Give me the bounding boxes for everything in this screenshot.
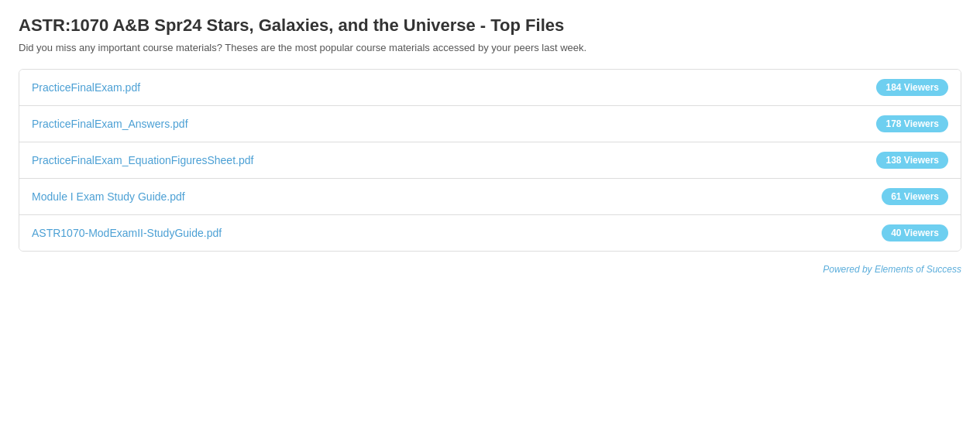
file-link[interactable]: PracticeFinalExam_Answers.pdf [32,118,188,130]
table-row: PracticeFinalExam_EquationFiguresSheet.p… [19,142,961,179]
files-table: PracticeFinalExam.pdf184 ViewersPractice… [19,69,961,252]
page-subtitle: Did you miss any important course materi… [19,42,961,53]
table-row: PracticeFinalExam_Answers.pdf178 Viewers [19,106,961,142]
viewers-badge: 178 Viewers [876,115,948,132]
table-row: Module I Exam Study Guide.pdf61 Viewers [19,179,961,215]
table-row: ASTR1070-ModExamII-StudyGuide.pdf40 View… [19,215,961,251]
viewers-badge: 61 Viewers [882,188,948,205]
viewers-badge: 40 Viewers [882,224,948,241]
powered-by-text: Powered by Elements of Success [19,264,961,275]
file-link[interactable]: PracticeFinalExam.pdf [32,81,140,94]
viewers-badge: 184 Viewers [876,79,948,96]
page-title: ASTR:1070 A&B Spr24 Stars, Galaxies, and… [19,15,961,36]
file-link[interactable]: PracticeFinalExam_EquationFiguresSheet.p… [32,154,253,166]
file-link[interactable]: Module I Exam Study Guide.pdf [32,190,185,203]
file-link[interactable]: ASTR1070-ModExamII-StudyGuide.pdf [32,227,222,239]
viewers-badge: 138 Viewers [876,152,948,169]
table-row: PracticeFinalExam.pdf184 Viewers [19,70,961,106]
